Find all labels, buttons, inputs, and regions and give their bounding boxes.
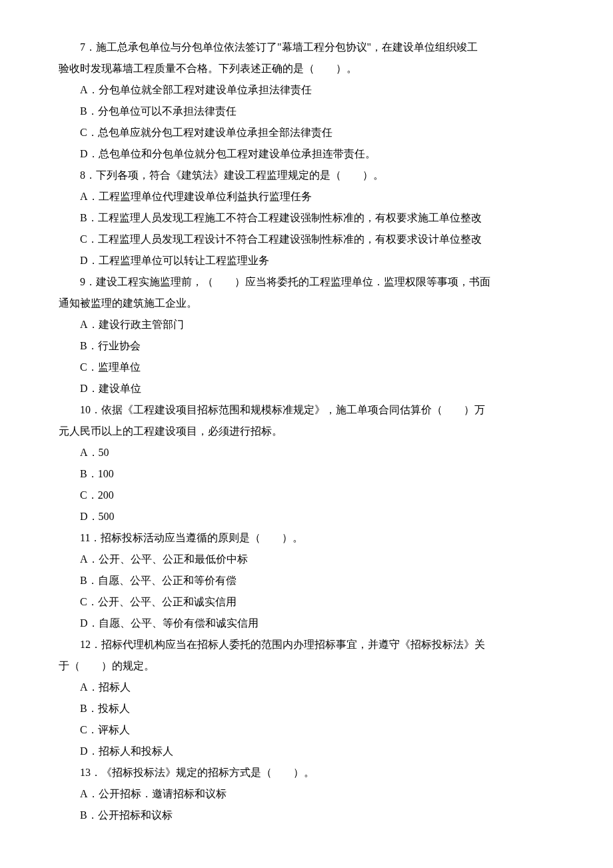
text-line: A．建设行政主管部门 bbox=[59, 314, 554, 335]
text-line: B．分包单位可以不承担法律责任 bbox=[59, 101, 554, 122]
text-line: C．公开、公平、公正和诚实信用 bbox=[59, 591, 554, 613]
text-line: B．行业协会 bbox=[59, 335, 554, 357]
text-line: 12．招标代理机构应当在招标人委托的范围内办理招标事宜，并遵守《招标投标法》关 bbox=[59, 634, 554, 655]
text-line: 元人民币以上的工程建设项目，必须进行招标。 bbox=[59, 421, 554, 442]
text-line: B．100 bbox=[59, 463, 554, 485]
text-line: B．工程监理人员发现工程施工不符合工程建设强制性标准的，有权要求施工单位整改 bbox=[59, 207, 554, 229]
text-line: C．监理单位 bbox=[59, 357, 554, 378]
text-line: 通知被监理的建筑施工企业。 bbox=[59, 293, 554, 314]
text-line: B．投标人 bbox=[59, 698, 554, 719]
text-line: B．自愿、公平、公正和等价有偿 bbox=[59, 570, 554, 591]
text-line: 11．招标投标活动应当遵循的原则是（ ）。 bbox=[59, 527, 554, 549]
text-line: A．分包单位就全部工程对建设单位承担法律责任 bbox=[59, 79, 554, 101]
text-line: A．工程监理单位代理建设单位利益执行监理任务 bbox=[59, 186, 554, 207]
text-line: C．200 bbox=[59, 485, 554, 506]
text-line: D．招标人和投标人 bbox=[59, 741, 554, 762]
text-line: B．公开招标和议标 bbox=[59, 805, 554, 826]
text-line: 验收时发现幕墙工程质量不合格。下列表述正确的是（ ）。 bbox=[59, 58, 554, 79]
text-line: 10．依据《工程建设项目招标范围和规模标准规定》，施工单项合同估算价（ ）万 bbox=[59, 399, 554, 421]
text-line: C．评标人 bbox=[59, 719, 554, 741]
document-page: 7．施工总承包单位与分包单位依法签订了"幕墙工程分包协议"，在建设单位组织竣工验… bbox=[0, 0, 613, 863]
text-line: A．公开、公平、公正和最低价中标 bbox=[59, 549, 554, 570]
text-line: C．工程监理人员发现工程设计不符合工程建设强制性标准的，有权要求设计单位整改 bbox=[59, 229, 554, 250]
text-line: 于（ ）的规定。 bbox=[59, 655, 554, 677]
text-line: 7．施工总承包单位与分包单位依法签订了"幕墙工程分包协议"，在建设单位组织竣工 bbox=[59, 37, 554, 58]
text-line: A．50 bbox=[59, 442, 554, 463]
text-line: A．公开招标．邀请招标和议标 bbox=[59, 783, 554, 805]
text-line: D．建设单位 bbox=[59, 378, 554, 399]
text-line: 13．《招标投标法》规定的招标方式是（ ）。 bbox=[59, 762, 554, 783]
text-line: D．自愿、公平、等价有偿和诚实信用 bbox=[59, 613, 554, 634]
text-line: D．工程监理单位可以转让工程监理业务 bbox=[59, 250, 554, 271]
text-line: D．总包单位和分包单位就分包工程对建设单位承担连带责任。 bbox=[59, 143, 554, 165]
text-line: D．500 bbox=[59, 506, 554, 527]
text-line: C．总包单应就分包工程对建设单位承担全部法律责任 bbox=[59, 122, 554, 143]
text-line: 8．下列各项，符合《建筑法》建设工程监理规定的是（ ）。 bbox=[59, 165, 554, 186]
text-line: 9．建设工程实施监理前，（ ）应当将委托的工程监理单位．监理权限等事项，书面 bbox=[59, 271, 554, 293]
text-line: A．招标人 bbox=[59, 677, 554, 698]
